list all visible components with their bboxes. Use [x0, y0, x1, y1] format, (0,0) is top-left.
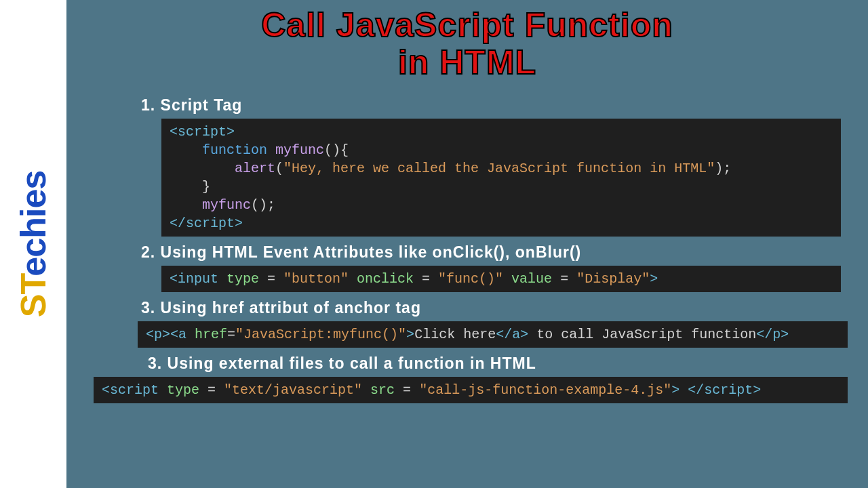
code-token: =: [414, 271, 438, 287]
section-1-heading: 1. Script Tag: [141, 96, 848, 115]
code-token: );: [715, 161, 731, 176]
title-line1: Call JavaScript Function: [261, 6, 673, 44]
code-token: }: [202, 179, 210, 195]
code-token: type: [159, 382, 199, 398]
code-token: onclick: [349, 271, 414, 287]
brand-logo: STechies: [13, 171, 54, 317]
code-token: (: [275, 161, 283, 176]
code-block-1: <script> function myfunc(){ alert("Hey, …: [161, 119, 841, 237]
code-token: (){: [324, 142, 349, 158]
title-line2: in HTML: [398, 43, 536, 81]
code-token: =: [199, 382, 224, 398]
code-token: <input: [170, 271, 218, 287]
main-slide: Call JavaScript Function in HTML 1. Scri…: [66, 0, 868, 488]
code-token: <a: [170, 327, 186, 342]
code-token: >: [671, 382, 679, 398]
code-token: <p>: [146, 327, 170, 342]
code-token: to call JavaScript function: [528, 327, 756, 342]
code-token: </script>: [170, 216, 243, 231]
code-token: =: [259, 271, 283, 287]
code-token: value: [503, 271, 552, 287]
code-block-3: <p><a href="JavaScript:myfunc()">Click h…: [138, 321, 848, 348]
code-token: =: [552, 271, 576, 287]
code-token: =: [395, 382, 419, 398]
code-token: function: [202, 142, 267, 158]
code-token: myfunc: [202, 197, 251, 213]
code-token: </a>: [496, 327, 528, 342]
code-token: >: [650, 271, 658, 287]
code-token: href: [186, 327, 227, 342]
code-token: myfunc: [267, 142, 324, 158]
logo-t: T: [14, 277, 53, 295]
logo-rest: echies: [14, 171, 53, 277]
page-title: Call JavaScript Function in HTML: [87, 7, 848, 81]
code-token: "button": [283, 271, 349, 287]
code-block-4: <script type = "text/javascript" src = "…: [94, 377, 848, 403]
code-token: "Display": [576, 271, 650, 287]
sidebar: STechies: [0, 0, 66, 488]
code-token: src: [362, 382, 395, 398]
code-token: </script>: [679, 382, 761, 398]
code-token: >: [406, 327, 414, 342]
code-block-2: <input type = "button" onclick = "func()…: [161, 266, 841, 292]
code-token: "text/javascript": [224, 382, 362, 398]
code-token: "Hey, here we called the JavaScript func…: [283, 161, 715, 176]
code-token: "func()": [438, 271, 503, 287]
section-2-heading: 2. Using HTML Event Attributes like onCl…: [141, 243, 848, 262]
code-token: =: [227, 327, 235, 342]
code-token: ();: [251, 197, 275, 213]
code-token: </p>: [756, 327, 789, 342]
code-token: alert: [235, 161, 275, 176]
section-4-heading: 3. Using external files to call a functi…: [148, 354, 848, 373]
section-3-heading: 3. Using href attribut of anchor tag: [141, 299, 848, 317]
code-token: <script: [102, 382, 159, 398]
code-token: "call-js-function-example-4.js": [419, 382, 671, 398]
logo-s: S: [14, 295, 53, 318]
code-token: "JavaScript:myfunc()": [235, 327, 406, 342]
code-token: <script>: [170, 124, 235, 140]
code-token: type: [218, 271, 259, 287]
code-token: Click here: [414, 327, 496, 342]
